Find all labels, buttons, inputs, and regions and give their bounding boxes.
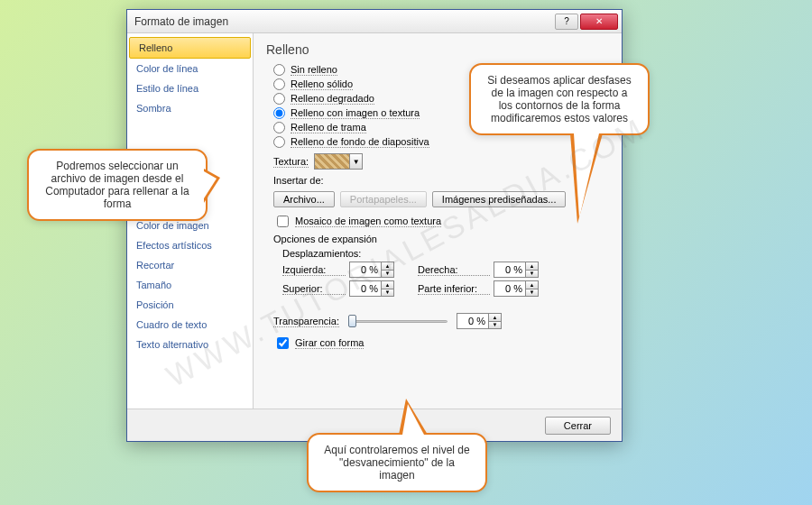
offset-right-label: Derecha:: [418, 264, 490, 276]
texture-swatch[interactable]: [314, 153, 350, 170]
radio-pattern-input[interactable]: [273, 122, 285, 133]
spin-down-icon[interactable]: ▼: [382, 271, 393, 278]
sidebar-item-cuadro-texto[interactable]: Cuadro de texto: [127, 315, 253, 335]
spin-up-icon[interactable]: ▲: [382, 281, 393, 289]
radio-picture-input[interactable]: [273, 107, 285, 119]
close-window-button[interactable]: ✕: [580, 14, 618, 30]
file-button[interactable]: Archivo...: [273, 191, 335, 207]
sidebar-item-tamano[interactable]: Tamaño: [127, 275, 253, 295]
transparency-input[interactable]: [457, 314, 488, 328]
offset-bottom-input[interactable]: [494, 281, 525, 296]
sidebar-item-recortar[interactable]: Recortar: [127, 255, 253, 275]
callout-file: Podremos seleccionar un archivo de image…: [27, 149, 208, 221]
rotate-checkbox[interactable]: [277, 337, 289, 349]
rotate-check-label: Girar con forma: [295, 337, 364, 349]
offset-row-1: Izquierda: ▲▼ Derecha: ▲▼: [282, 262, 609, 278]
slider-thumb[interactable]: [348, 315, 356, 327]
spin-up-icon[interactable]: ▲: [489, 314, 501, 322]
radio-slide-bg-input[interactable]: [273, 136, 285, 148]
callout-tail-icon: [399, 399, 428, 435]
window-title: Formato de imagen: [134, 15, 553, 28]
radio-no-fill-label: Sin relleno: [291, 64, 337, 76]
offset-bottom-spinner[interactable]: ▲▼: [494, 280, 539, 297]
radio-picture-label: Relleno con imagen o textura: [291, 107, 420, 119]
offset-left-label: Izquierda:: [282, 264, 346, 276]
radio-no-fill-input[interactable]: [273, 64, 285, 76]
offset-row-2: Superior: ▲▼ Parte inferior: ▲▼: [282, 280, 609, 297]
callout-tail-icon: [204, 169, 220, 203]
offset-top-label: Superior:: [282, 283, 346, 295]
insert-buttons-row: Archivo... Portapapeles... Imágenes pred…: [273, 191, 609, 207]
transparency-row: Transparencia: ▲▼: [273, 313, 609, 329]
category-sidebar: Relleno Color de línea Estilo de línea S…: [127, 33, 254, 409]
transparency-label: Transparencia:: [273, 316, 339, 327]
clipart-button[interactable]: Imágenes prediseñadas...: [432, 191, 567, 207]
radio-pattern-label: Relleno de trama: [291, 122, 366, 133]
sidebar-item-texto-alt[interactable]: Texto alternativo: [127, 335, 253, 354]
radio-solid-label: Relleno sólido: [291, 78, 353, 90]
radio-slide-bg[interactable]: Relleno de fondo de diapositiva: [273, 136, 609, 148]
sidebar-item-posicion[interactable]: Posición: [127, 295, 253, 315]
sidebar-item-estilo-linea[interactable]: Estilo de línea: [127, 78, 253, 98]
panel-heading: Relleno: [266, 42, 609, 57]
spin-down-icon[interactable]: ▼: [526, 271, 538, 278]
titlebar[interactable]: Formato de imagen ? ✕: [127, 10, 622, 33]
offset-left-spinner[interactable]: ▲▼: [349, 262, 394, 278]
callout-tail-icon: [570, 133, 603, 224]
sidebar-item-color-linea[interactable]: Color de línea: [127, 59, 253, 78]
offset-top-spinner[interactable]: ▲▼: [349, 280, 394, 297]
offset-right-spinner[interactable]: ▲▼: [494, 262, 539, 278]
transparency-spinner[interactable]: ▲▼: [457, 313, 502, 329]
callout-offsets-text: Si deseamos aplicar desfases de la image…: [487, 74, 631, 124]
callout-transparency-text: Aquí controlaremos el nivel de "desvanec…: [324, 444, 469, 482]
offset-right-input[interactable]: [494, 262, 525, 277]
sidebar-item-relleno[interactable]: Relleno: [129, 37, 251, 59]
radio-solid-input[interactable]: [273, 78, 285, 90]
spin-down-icon[interactable]: ▼: [526, 289, 538, 297]
sidebar-item-sombra[interactable]: Sombra: [127, 98, 253, 118]
slider-track: [348, 320, 448, 323]
offsets-label: Desplazamientos:: [282, 248, 609, 259]
transparency-slider[interactable]: [348, 314, 448, 328]
clipboard-button: Portapapeles...: [340, 191, 427, 207]
close-button[interactable]: Cerrar: [545, 417, 611, 435]
spin-up-icon[interactable]: ▲: [382, 262, 393, 271]
stretch-label: Opciones de expansión: [273, 234, 609, 244]
radio-gradient-label: Relleno degradado: [291, 93, 374, 105]
offset-top-input[interactable]: [350, 281, 381, 296]
callout-offsets: Si deseamos aplicar desfases de la image…: [469, 63, 650, 135]
tile-checkbox[interactable]: [277, 216, 289, 227]
texture-dropdown-icon[interactable]: ▼: [350, 153, 363, 170]
help-button[interactable]: ?: [555, 14, 578, 30]
spin-down-icon[interactable]: ▼: [382, 289, 393, 297]
radio-slide-bg-label: Relleno de fondo de diapositiva: [291, 136, 429, 148]
spin-up-icon[interactable]: ▲: [526, 262, 538, 271]
tile-check-label: Mosaico de imagen como textura: [295, 216, 441, 227]
callout-transparency: Aquí controlaremos el nivel de "desvanec…: [307, 433, 487, 492]
tile-check-row[interactable]: Mosaico de imagen como textura: [273, 213, 609, 230]
radio-gradient-input[interactable]: [273, 93, 285, 105]
insert-from-label: Insertar de:: [273, 175, 609, 186]
texture-row: Textura: ▼: [273, 153, 609, 170]
spin-up-icon[interactable]: ▲: [526, 281, 538, 289]
spin-down-icon[interactable]: ▼: [489, 322, 501, 329]
offset-bottom-label: Parte inferior:: [418, 283, 490, 295]
texture-label: Textura:: [273, 156, 309, 168]
rotate-check-row[interactable]: Girar con forma: [273, 335, 609, 352]
offset-left-input[interactable]: [350, 262, 381, 277]
callout-file-text: Podremos seleccionar un archivo de image…: [45, 160, 189, 210]
sidebar-item-efectos[interactable]: Efectos artísticos: [127, 235, 253, 255]
